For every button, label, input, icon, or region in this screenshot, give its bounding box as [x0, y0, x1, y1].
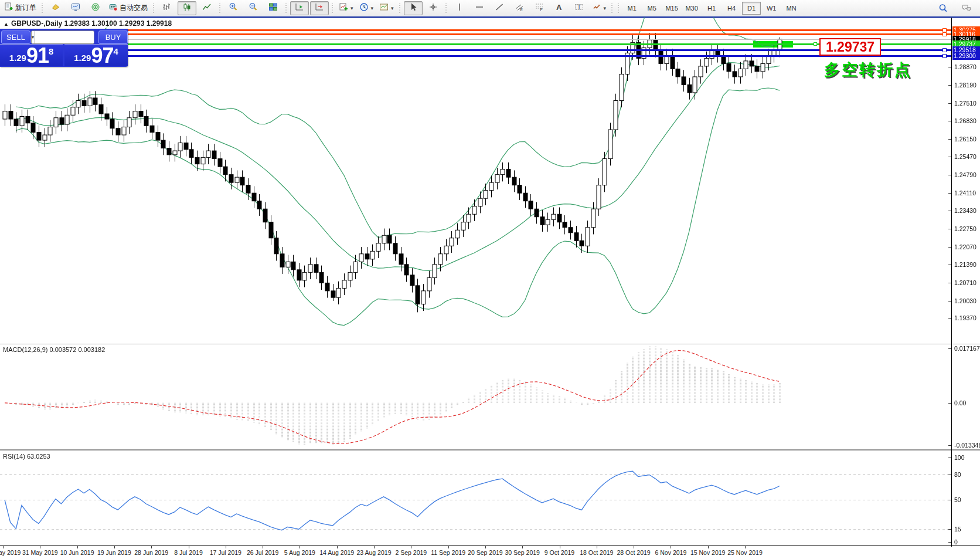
- level-line-1.30116[interactable]: [0, 33, 951, 35]
- profile-icon: [51, 2, 60, 13]
- date-axis-label: 15 Nov 2019: [690, 549, 726, 556]
- toolbar-button-horizontal-line[interactable]: [470, 1, 489, 15]
- toolbar-separator: [617, 2, 620, 14]
- toolbar-button-text-label[interactable]: T: [570, 1, 588, 15]
- timeframe-button-h4[interactable]: H4: [722, 2, 741, 15]
- level-line-1.29300[interactable]: [0, 55, 951, 57]
- toolbar-button-candlesticks[interactable]: [178, 1, 196, 15]
- date-tick: [522, 546, 523, 548]
- toolbar-button-equidistant-channel[interactable]: E: [510, 1, 529, 15]
- price-axis-label: 1.23430: [954, 207, 976, 214]
- toolbar-button-chart-shift[interactable]: [310, 1, 329, 15]
- level-line-1.29737[interactable]: [0, 43, 951, 45]
- sell-price-pip: 8: [49, 46, 53, 56]
- timeframe-button-d1[interactable]: D1: [742, 2, 761, 15]
- line-handle[interactable]: [942, 28, 947, 32]
- level-line-1.30275[interactable]: [0, 29, 951, 31]
- toolbar-button-auto-scroll[interactable]: [290, 1, 309, 15]
- toolbar-button-bar-chart[interactable]: [158, 1, 176, 15]
- pane-separator[interactable]: [0, 449, 980, 450]
- price-callout-box[interactable]: 1.29737: [819, 38, 881, 56]
- buy-button[interactable]: BUY: [98, 31, 128, 44]
- buy-price-display[interactable]: 1.29974: [64, 44, 128, 66]
- line-handle[interactable]: [942, 54, 947, 58]
- chevron-down-icon[interactable]: ▾: [351, 5, 353, 11]
- timeframe-button-mn[interactable]: MN: [782, 2, 801, 15]
- collapse-arrow-icon[interactable]: ▲: [4, 21, 9, 27]
- chevron-down-icon[interactable]: ▾: [371, 5, 374, 11]
- level-line-1.29518[interactable]: [0, 49, 951, 51]
- pane-separator[interactable]: [0, 344, 980, 344]
- svg-text:E: E: [520, 8, 523, 12]
- date-axis-label: 28 Jun 2019: [134, 549, 168, 556]
- toolbar-button-templates[interactable]: ▾: [377, 1, 396, 15]
- toolbar-button-periods[interactable]: ▾: [357, 1, 376, 15]
- toolbar-button-new-order[interactable]: 新订单: [2, 1, 39, 15]
- toolbar-separator: [219, 2, 222, 14]
- date-axis-label: 10 Jun 2019: [60, 549, 94, 556]
- macd-canvas[interactable]: [0, 345, 951, 449]
- toolbar-button-crosshair[interactable]: [424, 1, 443, 15]
- bar-chart-icon: [162, 2, 172, 13]
- chevron-down-icon[interactable]: ▾: [604, 5, 607, 11]
- sell-button[interactable]: SELL: [1, 31, 30, 44]
- chat-icon[interactable]: [957, 1, 976, 15]
- timeframe-button-m5[interactable]: M5: [642, 2, 661, 15]
- market-watch-icon: [71, 2, 80, 13]
- toolbar-button-profile[interactable]: [46, 1, 65, 15]
- date-tick: [226, 546, 226, 548]
- fibonacci-icon: F: [535, 2, 544, 13]
- main-chart-canvas[interactable]: [0, 18, 951, 344]
- buy-price-prefix: 1.29: [74, 53, 91, 63]
- date-tick: [708, 546, 709, 548]
- line-handle[interactable]: [942, 48, 947, 52]
- toolbar-button-fibonacci[interactable]: F: [530, 1, 549, 15]
- toolbar-button-zoom-in[interactable]: [224, 1, 243, 15]
- date-tick: [597, 546, 597, 548]
- rsi-axis-label: 100: [954, 454, 965, 461]
- volume-input[interactable]: [35, 31, 94, 43]
- timeframe-button-w1[interactable]: W1: [762, 2, 781, 15]
- toolbar-button-cursor[interactable]: [404, 1, 423, 15]
- buy-price-pip: 4: [113, 46, 118, 56]
- cn-annotation[interactable]: 多空转折点: [824, 59, 912, 80]
- sell-price-display[interactable]: 1.29918: [0, 44, 63, 66]
- toolbar-separator: [285, 2, 288, 14]
- date-tick: [337, 546, 338, 548]
- toolbar-separator: [445, 2, 448, 14]
- toolbar-separator: [152, 2, 155, 14]
- toolbar-button-text[interactable]: A: [550, 1, 569, 15]
- toolbar-button-line-chart[interactable]: [198, 1, 216, 15]
- date-tick: [77, 546, 78, 548]
- timeframe-button-m15[interactable]: M15: [662, 2, 681, 15]
- toolbar-button-market-watch[interactable]: [66, 1, 85, 15]
- toolbar-separator: [41, 2, 44, 14]
- chevron-down-icon[interactable]: ▾: [391, 5, 394, 11]
- toolbar-separator: [611, 2, 614, 14]
- price-axis-label: 1.26830: [954, 117, 976, 124]
- date-tick: [671, 546, 671, 548]
- axis-tick: [948, 529, 951, 530]
- axis-tick: [948, 103, 951, 104]
- toolbar-button-navigator[interactable]: [86, 1, 105, 15]
- toolbar-button-trendline[interactable]: [490, 1, 509, 15]
- date-axis-label: 2 Sep 2019: [395, 549, 427, 556]
- timeframe-button-m1[interactable]: M1: [622, 2, 641, 15]
- search-icon[interactable]: [934, 1, 952, 15]
- level-line-1.29918[interactable]: [0, 39, 951, 40]
- toolbar-button-vertical-line[interactable]: [450, 1, 469, 15]
- timeframe-button-h1[interactable]: H1: [702, 2, 721, 15]
- rsi-canvas[interactable]: [0, 452, 951, 546]
- horizontal-line-icon: [475, 2, 484, 13]
- timeframe-button-m30[interactable]: M30: [682, 2, 701, 15]
- date-axis-label: 14 Aug 2019: [319, 549, 354, 556]
- line-handle[interactable]: [942, 32, 947, 36]
- date-tick: [634, 546, 634, 548]
- sell-price-prefix: 1.29: [9, 53, 26, 63]
- toolbar-button-tile-windows[interactable]: [264, 1, 283, 15]
- toolbar-button-indicators[interactable]: ▾: [336, 1, 356, 15]
- toolbar-button-zoom-out[interactable]: [244, 1, 263, 15]
- green-line-handle[interactable]: [814, 42, 817, 46]
- toolbar-button-auto-trading[interactable]: 自动交易: [106, 1, 150, 15]
- toolbar-button-arrows[interactable]: ▾: [590, 1, 609, 15]
